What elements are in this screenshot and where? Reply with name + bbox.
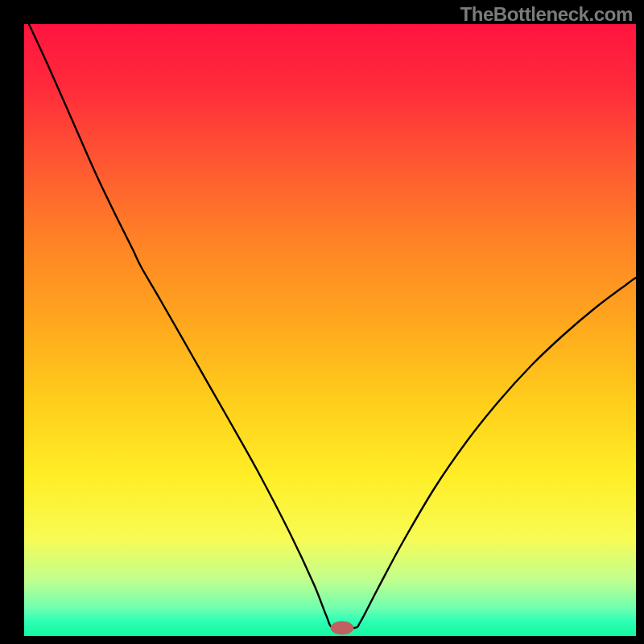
chart-frame: TheBottleneck.com xyxy=(0,0,644,644)
sweet-spot-marker xyxy=(331,621,353,634)
watermark-text: TheBottleneck.com xyxy=(460,3,633,26)
plot-svg xyxy=(0,0,644,644)
gradient-background xyxy=(24,24,636,636)
